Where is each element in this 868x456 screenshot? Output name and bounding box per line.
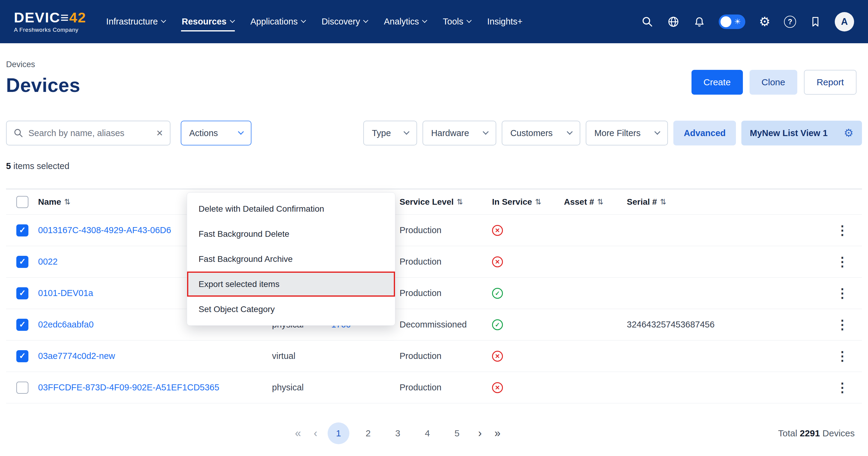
row-actions-kebab[interactable]: ⋮ bbox=[836, 381, 849, 394]
row-checkbox[interactable] bbox=[16, 350, 28, 362]
help-icon[interactable]: ? bbox=[784, 16, 796, 28]
device-type: physical bbox=[272, 383, 331, 393]
page-content: Devices Devices Create Clone Report ✕ Ac… bbox=[0, 60, 868, 446]
device-name-link[interactable]: 0101-DEV01a bbox=[38, 288, 93, 298]
service-level: Production bbox=[400, 383, 490, 393]
more-filters-dropdown[interactable]: More Filters bbox=[586, 121, 668, 146]
theme-toggle[interactable]: ☀ bbox=[719, 14, 745, 29]
search-icon bbox=[13, 128, 24, 138]
search-input[interactable] bbox=[28, 128, 151, 138]
selection-summary: 5 items selected bbox=[6, 161, 862, 171]
clone-button[interactable]: Clone bbox=[749, 70, 797, 95]
menu-item-export-selected[interactable]: Export selected items bbox=[187, 272, 395, 297]
sort-icon[interactable]: ⇅ bbox=[457, 197, 463, 206]
row-checkbox[interactable] bbox=[16, 287, 28, 299]
page-button-2[interactable]: 2 bbox=[357, 422, 379, 444]
navbar-utilities: ☀ ⚙ ? A bbox=[641, 12, 854, 31]
main-nav: Infrastructure Resources Applications Di… bbox=[105, 12, 523, 31]
sort-icon[interactable]: ⇅ bbox=[64, 197, 70, 206]
next-page-button[interactable]: › bbox=[476, 427, 484, 440]
total-devices-count: Total 2291 Devices bbox=[778, 428, 855, 438]
in-service-status-icon bbox=[492, 351, 503, 362]
column-header-serial[interactable]: Serial #⇅ bbox=[627, 197, 790, 207]
hardware-filter-dropdown[interactable]: Hardware bbox=[423, 121, 496, 146]
menu-item-set-object-category[interactable]: Set Object Category bbox=[187, 297, 395, 322]
globe-icon[interactable] bbox=[667, 15, 680, 28]
column-header-in-service[interactable]: In Service⇅ bbox=[490, 197, 564, 207]
row-actions-kebab[interactable]: ⋮ bbox=[836, 255, 849, 268]
report-button[interactable]: Report bbox=[804, 70, 857, 95]
nav-item-analytics[interactable]: Analytics bbox=[383, 12, 427, 31]
clear-search-icon[interactable]: ✕ bbox=[156, 128, 163, 138]
logo-tagline: A Freshworks Company bbox=[14, 27, 86, 33]
create-button[interactable]: Create bbox=[691, 70, 743, 95]
menu-item-fast-background-archive[interactable]: Fast Background Archive bbox=[187, 246, 395, 272]
page-button-3[interactable]: 3 bbox=[387, 422, 409, 444]
top-navbar: DEVIC≡42 A Freshworks Company Infrastruc… bbox=[0, 0, 868, 43]
row-checkbox[interactable] bbox=[16, 256, 28, 268]
prev-page-button[interactable]: ‹ bbox=[311, 427, 320, 440]
select-all-checkbox[interactable] bbox=[16, 196, 28, 208]
page-button-1[interactable]: 1 bbox=[328, 422, 349, 444]
advanced-button[interactable]: Advanced bbox=[673, 121, 736, 146]
service-level: Production bbox=[400, 225, 490, 235]
first-page-button[interactable]: « bbox=[292, 427, 304, 440]
column-header-asset[interactable]: Asset #⇅ bbox=[564, 197, 627, 207]
last-page-button[interactable]: » bbox=[492, 427, 503, 440]
service-level: Decommissioned bbox=[400, 320, 490, 330]
sort-icon[interactable]: ⇅ bbox=[535, 197, 541, 206]
list-view-gear-icon[interactable]: ⚙ bbox=[844, 128, 854, 139]
page-button-4[interactable]: 4 bbox=[416, 422, 438, 444]
chevron-down-icon bbox=[567, 129, 573, 135]
row-actions-kebab[interactable]: ⋮ bbox=[836, 350, 849, 363]
page-title: Devices bbox=[6, 74, 80, 96]
chevron-down-icon bbox=[363, 18, 368, 23]
menu-item-delete-detailed[interactable]: Delete with Detailed Confirmation bbox=[187, 196, 395, 221]
sort-icon[interactable]: ⇅ bbox=[660, 197, 666, 206]
sort-icon[interactable]: ⇅ bbox=[597, 197, 603, 206]
actions-dropdown[interactable]: Actions bbox=[181, 121, 251, 146]
device-name-link[interactable]: 02edc6aabfa0 bbox=[38, 320, 94, 330]
nav-item-resources[interactable]: Resources bbox=[181, 12, 235, 31]
row-actions-kebab[interactable]: ⋮ bbox=[836, 318, 849, 331]
page-header-actions: Create Clone Report bbox=[691, 70, 857, 95]
row-checkbox[interactable] bbox=[16, 224, 28, 237]
type-filter-dropdown[interactable]: Type bbox=[363, 121, 417, 146]
nav-item-infrastructure[interactable]: Infrastructure bbox=[105, 12, 166, 31]
customers-filter-dropdown[interactable]: Customers bbox=[502, 121, 580, 146]
nav-item-insights[interactable]: Insights+ bbox=[487, 12, 523, 31]
filter-toolbar: ✕ Actions Type Hardware Customers More F… bbox=[6, 121, 862, 146]
page-button-5[interactable]: 5 bbox=[446, 422, 468, 444]
settings-gear-icon[interactable]: ⚙ bbox=[758, 15, 771, 28]
table-row: 0101-DEV01a physical Production ⋮ bbox=[6, 278, 862, 309]
device-name-link[interactable]: 03FFCDFE-873D-4F09-902E-A51EF1CD5365 bbox=[38, 383, 219, 393]
device-name-link[interactable]: 0022 bbox=[38, 257, 58, 267]
user-avatar[interactable]: A bbox=[835, 12, 854, 31]
breadcrumb[interactable]: Devices bbox=[6, 60, 80, 69]
column-header-service-level[interactable]: Service Level⇅ bbox=[400, 197, 490, 207]
table-row: 0022 Production ⋮ bbox=[6, 246, 862, 278]
device-name-link[interactable]: 0013167C-4308-4929-AF43-06D6 bbox=[38, 225, 171, 235]
bookmark-icon[interactable] bbox=[809, 15, 822, 28]
pagination-bar: « ‹ 1 2 3 4 5 › » Total 2291 Devices bbox=[6, 421, 862, 446]
device42-logo[interactable]: DEVIC≡42 A Freshworks Company bbox=[14, 10, 86, 33]
row-actions-kebab[interactable]: ⋮ bbox=[836, 287, 849, 300]
menu-item-fast-background-delete[interactable]: Fast Background Delete bbox=[187, 221, 395, 246]
list-view-selector[interactable]: MyNew List View 1 ⚙ bbox=[741, 121, 862, 146]
chevron-down-icon bbox=[483, 129, 489, 135]
notifications-bell-icon[interactable] bbox=[693, 15, 706, 28]
service-level: Production bbox=[400, 257, 490, 267]
row-actions-kebab[interactable]: ⋮ bbox=[836, 224, 849, 237]
nav-item-applications[interactable]: Applications bbox=[250, 12, 306, 31]
row-checkbox[interactable] bbox=[16, 382, 28, 394]
chevron-down-icon bbox=[422, 18, 427, 23]
service-level: Production bbox=[400, 288, 490, 298]
chevron-down-icon bbox=[403, 129, 409, 135]
search-icon[interactable] bbox=[641, 15, 654, 28]
nav-item-tools[interactable]: Tools bbox=[442, 12, 471, 31]
device-name-link[interactable]: 03ae7774c0d2-new bbox=[38, 351, 115, 361]
in-service-status-icon bbox=[492, 256, 503, 267]
serial-number: 324643257453687456 bbox=[627, 320, 790, 330]
row-checkbox[interactable] bbox=[16, 319, 28, 331]
nav-item-discovery[interactable]: Discovery bbox=[321, 12, 368, 31]
